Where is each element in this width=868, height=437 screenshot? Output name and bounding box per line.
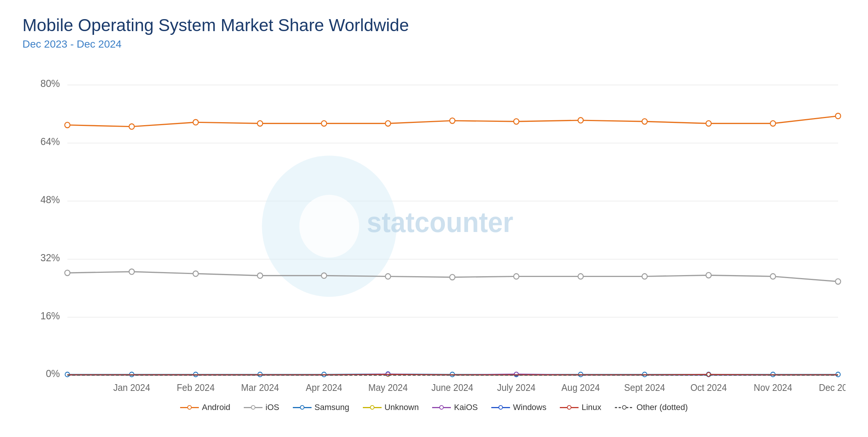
svg-text:Mar 2024: Mar 2024: [241, 383, 279, 393]
chart-area: 80% 64% 48% 32% 16% 0% Jan 2024 Feb 2024…: [22, 61, 846, 399]
svg-text:Dec 2024: Dec 2024: [819, 383, 846, 393]
legend-item-ios: iOS: [244, 403, 279, 412]
svg-point-37: [706, 121, 711, 126]
legend-label-kaios: KaiOS: [454, 403, 478, 412]
svg-point-41: [129, 269, 134, 275]
legend-label-samsung: Samsung: [315, 403, 349, 412]
svg-point-30: [257, 121, 262, 126]
svg-text:48%: 48%: [40, 194, 60, 205]
svg-point-34: [514, 119, 519, 124]
svg-text:0%: 0%: [46, 368, 60, 380]
legend-item-other: Other (dotted): [615, 403, 688, 412]
svg-point-46: [450, 274, 455, 280]
legend-item-windows: Windows: [491, 403, 546, 412]
svg-point-38: [770, 121, 776, 126]
svg-text:Feb 2024: Feb 2024: [177, 383, 215, 393]
svg-point-69: [707, 373, 710, 376]
svg-point-52: [835, 279, 841, 284]
page-container: Mobile Operating System Market Share Wor…: [0, 0, 868, 437]
svg-text:32%: 32%: [40, 252, 60, 263]
svg-point-27: [65, 122, 70, 128]
svg-point-43: [257, 273, 262, 278]
svg-point-49: [642, 274, 647, 279]
svg-point-33: [450, 118, 455, 124]
legend-label-windows: Windows: [513, 403, 546, 412]
legend-label-linux: Linux: [582, 403, 601, 412]
svg-point-40: [65, 270, 70, 276]
chart-title: Mobile Operating System Market Share Wor…: [22, 15, 846, 35]
svg-text:80%: 80%: [40, 78, 60, 89]
svg-text:statcounter: statcounter: [367, 207, 513, 238]
svg-point-32: [385, 121, 391, 126]
svg-point-44: [321, 273, 327, 278]
svg-point-50: [706, 272, 711, 278]
legend-item-kaios: KaiOS: [432, 403, 478, 412]
legend-item-linux: Linux: [560, 403, 601, 412]
legend-label-ios: iOS: [265, 403, 279, 412]
svg-point-45: [385, 274, 391, 279]
svg-text:Apr 2024: Apr 2024: [306, 383, 342, 393]
svg-point-36: [642, 119, 647, 124]
svg-point-47: [514, 274, 519, 279]
svg-point-31: [321, 121, 327, 126]
svg-text:16%: 16%: [40, 310, 60, 322]
svg-text:July 2024: July 2024: [497, 383, 535, 393]
svg-text:Aug 2024: Aug 2024: [561, 383, 600, 393]
chart-legend: Android iOS Samsung Unknown: [22, 403, 846, 412]
chart-svg: 80% 64% 48% 32% 16% 0% Jan 2024 Feb 2024…: [22, 61, 846, 399]
legend-label-unknown: Unknown: [385, 403, 419, 412]
svg-text:64%: 64%: [40, 136, 60, 147]
legend-item-android: Android: [180, 403, 230, 412]
legend-label-android: Android: [202, 403, 230, 412]
svg-point-25: [299, 195, 359, 257]
svg-text:May 2024: May 2024: [368, 383, 407, 393]
legend-item-unknown: Unknown: [363, 403, 419, 412]
legend-label-other: Other (dotted): [637, 403, 688, 412]
svg-point-29: [193, 120, 198, 125]
svg-point-28: [129, 124, 134, 129]
svg-point-35: [578, 118, 583, 123]
svg-text:Jan 2024: Jan 2024: [113, 383, 150, 393]
legend-item-samsung: Samsung: [293, 403, 349, 412]
svg-text:Sept 2024: Sept 2024: [624, 383, 665, 393]
svg-point-39: [835, 113, 841, 119]
svg-text:June 2024: June 2024: [431, 383, 473, 393]
chart-subtitle: Dec 2023 - Dec 2024: [22, 38, 846, 50]
svg-text:Nov 2024: Nov 2024: [754, 383, 792, 393]
svg-text:Oct 2024: Oct 2024: [691, 383, 727, 393]
svg-point-42: [193, 271, 198, 277]
svg-point-51: [770, 274, 776, 279]
svg-point-48: [578, 274, 583, 279]
